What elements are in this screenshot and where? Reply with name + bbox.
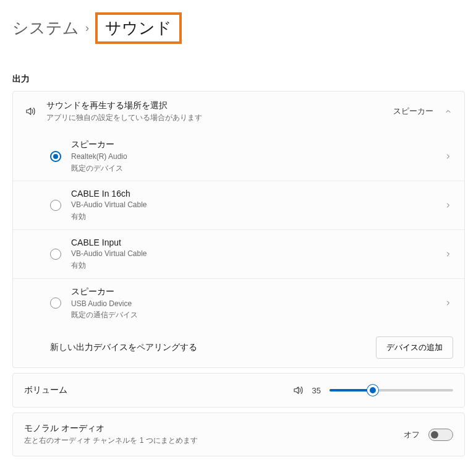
speaker-icon[interactable] — [292, 385, 304, 396]
volume-label: ボリューム — [24, 385, 284, 396]
volume-panel: ボリューム 35 — [12, 373, 465, 408]
chevron-right-icon — [444, 299, 453, 307]
device-radio[interactable] — [50, 297, 61, 309]
device-radio[interactable] — [50, 249, 61, 260]
device-driver: Realtek(R) Audio — [71, 152, 435, 162]
device-radio[interactable] — [50, 200, 61, 211]
breadcrumb: システム › サウンド — [12, 12, 465, 44]
pair-row: 新しい出力デバイスをペアリングする デバイスの追加 — [13, 328, 464, 367]
output-device-item[interactable]: スピーカーUSB Audio Device既定の通信デバイス — [13, 278, 464, 328]
pair-label: 新しい出力デバイスをペアリングする — [50, 342, 197, 353]
device-status: 既定の通信デバイス — [71, 310, 435, 320]
breadcrumb-separator: › — [85, 22, 89, 35]
output-panel: サウンドを再生する場所を選択 アプリに独自の設定をしている場合があります スピー… — [12, 91, 465, 368]
output-header-value: スピーカー — [393, 106, 433, 117]
device-status: 有効 — [71, 260, 435, 271]
section-heading-output: 出力 — [12, 74, 465, 85]
output-device-item[interactable]: スピーカーRealtek(R) Audio既定のデバイス — [13, 132, 464, 181]
speaker-icon — [24, 106, 36, 117]
output-header-title: サウンドを再生する場所を選択 — [46, 100, 383, 111]
device-name: スピーカー — [71, 139, 435, 150]
device-name: CABLE Input — [71, 237, 435, 247]
output-header-row[interactable]: サウンドを再生する場所を選択 アプリに独自の設定をしている場合があります スピー… — [13, 92, 464, 132]
device-name: CABLE In 16ch — [71, 189, 435, 199]
volume-slider[interactable] — [329, 385, 453, 396]
output-device-item[interactable]: CABLE InputVB-Audio Virtual Cable有効 — [13, 229, 464, 278]
output-device-item[interactable]: CABLE In 16chVB-Audio Virtual Cable有効 — [13, 181, 464, 229]
breadcrumb-parent[interactable]: システム — [12, 17, 79, 39]
chevron-right-icon — [444, 153, 453, 160]
device-driver: VB-Audio Virtual Cable — [71, 200, 435, 210]
device-status: 有効 — [71, 212, 435, 222]
device-radio[interactable] — [50, 151, 61, 162]
device-name: スピーカー — [71, 286, 435, 297]
output-header-subtitle: アプリに独自の設定をしている場合があります — [46, 113, 383, 123]
volume-value: 35 — [312, 386, 321, 395]
device-driver: USB Audio Device — [71, 299, 435, 309]
chevron-up-icon — [444, 108, 453, 115]
device-driver: VB-Audio Virtual Cable — [71, 249, 435, 259]
device-status: 既定のデバイス — [71, 163, 435, 174]
chevron-right-icon — [444, 202, 453, 209]
mono-audio-state-label: オフ — [404, 429, 420, 440]
add-device-button[interactable]: デバイスの追加 — [376, 336, 453, 359]
mono-audio-panel: モノラル オーディオ 左と右のオーディオ チャンネルを 1 つにまとめます オフ — [12, 413, 465, 456]
mono-audio-title: モノラル オーディオ — [24, 423, 395, 434]
mono-audio-subtitle: 左と右のオーディオ チャンネルを 1 つにまとめます — [24, 435, 395, 446]
chevron-right-icon — [444, 250, 453, 258]
breadcrumb-current: サウンド — [95, 12, 182, 44]
output-device-list: スピーカーRealtek(R) Audio既定のデバイスCABLE In 16c… — [13, 132, 464, 328]
mono-audio-toggle[interactable] — [428, 429, 453, 441]
